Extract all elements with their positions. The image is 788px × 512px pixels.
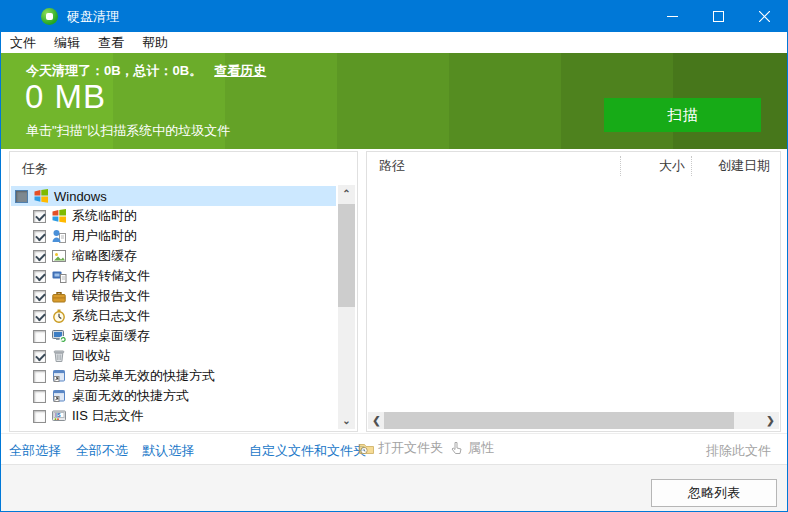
shortcut-icon	[51, 368, 67, 384]
task-item[interactable]: 远程桌面缓存	[11, 326, 336, 346]
task-item[interactable]: 用户临时的	[11, 226, 336, 246]
app-window: 硬盘清理 文件 编辑 查看 帮助 今天清理了：0B，总计：0B。查看历史 0 M…	[0, 0, 788, 512]
menu-file[interactable]: 文件	[1, 32, 45, 53]
exclude-file-link[interactable]: 排除此文件	[706, 442, 771, 460]
app-icon	[41, 8, 58, 25]
task-label: 系统日志文件	[72, 307, 150, 325]
task-checkbox[interactable]	[33, 410, 46, 423]
task-label: 系统临时的	[72, 207, 137, 225]
task-checkbox[interactable]	[33, 230, 46, 243]
task-item[interactable]: 系统日志文件	[11, 306, 336, 326]
maximize-button[interactable]	[695, 1, 741, 32]
selection-links: 全部选择 全部不选 默认选择	[9, 442, 205, 460]
task-label: 缩略图缓存	[72, 247, 137, 265]
chevron-down-icon: ⌄	[342, 416, 350, 426]
task-label: 桌面无效的快捷方式	[72, 387, 189, 405]
column-path[interactable]: 路径	[367, 157, 620, 175]
summary-text: 今天清理了：0B，总计：0B。	[26, 63, 202, 78]
recycle-bin-icon	[51, 348, 67, 364]
system-log-icon	[51, 308, 67, 324]
task-item[interactable]: 回收站	[11, 346, 336, 366]
default-select-link[interactable]: 默认选择	[142, 443, 194, 458]
task-item[interactable]: 内存转储文件	[11, 266, 336, 286]
menu-edit[interactable]: 编辑	[45, 32, 89, 53]
task-item[interactable]: 缩略图缓存	[11, 246, 336, 266]
select-none-link[interactable]: 全部不选	[76, 443, 128, 458]
task-label: 回收站	[72, 347, 111, 365]
scroll-right-button[interactable]: ❯	[762, 412, 779, 429]
task-checkbox[interactable]	[33, 270, 46, 283]
task-checkbox[interactable]	[33, 210, 46, 223]
chevron-up-icon: ⌃	[342, 189, 350, 199]
task-item[interactable]: 错误报告文件	[11, 286, 336, 306]
task-checkbox[interactable]	[15, 190, 28, 203]
horizontal-scroll-thumb[interactable]	[384, 412, 734, 429]
vertical-scroll-thumb[interactable]	[338, 204, 355, 307]
task-label: 内存转储文件	[72, 267, 150, 285]
close-button[interactable]	[741, 1, 787, 32]
chevron-right-icon: ❯	[766, 416, 774, 426]
minimize-button[interactable]	[649, 1, 695, 32]
task-item[interactable]: IISIIS 日志文件	[11, 406, 336, 426]
task-checkbox[interactable]	[33, 290, 46, 303]
thumbnail-icon	[51, 248, 67, 264]
menubar: 文件 编辑 查看 帮助	[1, 32, 787, 53]
menu-view[interactable]: 查看	[89, 32, 133, 53]
scroll-left-button[interactable]: ❮	[368, 412, 385, 429]
properties-button[interactable]: 属性	[448, 439, 494, 457]
open-folder-icon	[358, 440, 374, 456]
main-area: 任务 Windows系统临时的用户临时的缩略图缓存内存转储文件错误报告文件系统日…	[1, 149, 787, 433]
task-checkbox[interactable]	[33, 330, 46, 343]
menu-help[interactable]: 帮助	[133, 32, 177, 53]
task-label: Windows	[54, 189, 107, 204]
window-title: 硬盘清理	[67, 8, 119, 26]
results-panel: 路径 大小 创建日期 ❮ ❯	[366, 151, 781, 432]
ignore-list-button[interactable]: 忽略列表	[651, 479, 777, 507]
task-label: IIS 日志文件	[72, 407, 144, 425]
column-date[interactable]: 创建日期	[692, 157, 780, 175]
vertical-scrollbar[interactable]: ⌃ ⌄	[338, 185, 355, 429]
task-checkbox[interactable]	[33, 390, 46, 403]
task-checkbox[interactable]	[33, 250, 46, 263]
task-checkbox[interactable]	[33, 310, 46, 323]
properties-hand-icon	[448, 440, 464, 456]
titlebar: 硬盘清理	[1, 1, 787, 32]
scroll-up-button[interactable]: ⌃	[338, 185, 355, 202]
user-file-icon	[51, 228, 67, 244]
windows-logo-icon	[33, 188, 49, 204]
task-checkbox[interactable]	[33, 350, 46, 363]
selection-toolbar: 全部选择 全部不选 默认选择 自定义文件和文件夹 打开文件夹 属性 排除此文件	[1, 433, 787, 464]
shortcut-icon	[51, 388, 67, 404]
task-label: 用户临时的	[72, 227, 137, 245]
minimize-icon	[667, 11, 678, 22]
windows-logo-icon	[51, 208, 67, 224]
task-checkbox[interactable]	[33, 370, 46, 383]
column-size[interactable]: 大小	[621, 157, 691, 175]
cleaned-size-value: 0 MB	[25, 78, 106, 116]
task-tree: Windows系统临时的用户临时的缩略图缓存内存转储文件错误报告文件系统日志文件…	[11, 186, 336, 430]
task-item[interactable]: 系统临时的	[11, 206, 336, 226]
error-report-icon	[51, 288, 67, 304]
memory-dump-icon	[51, 268, 67, 284]
tasks-header: 任务	[10, 152, 357, 186]
task-item[interactable]: 桌面无效的快捷方式	[11, 386, 336, 406]
task-item[interactable]: 启动菜单无效的快捷方式	[11, 366, 336, 386]
scan-button[interactable]: 扫描	[604, 98, 761, 132]
open-folder-button[interactable]: 打开文件夹	[358, 439, 443, 457]
scan-hint: 单击"扫描"以扫描系统中的垃圾文件	[26, 122, 230, 140]
chevron-left-icon: ❮	[372, 416, 380, 426]
close-icon	[759, 11, 770, 22]
horizontal-scrollbar[interactable]: ❮ ❯	[368, 412, 779, 429]
task-label: 错误报告文件	[72, 287, 150, 305]
scroll-down-button[interactable]: ⌄	[338, 412, 355, 429]
tasks-panel: 任务 Windows系统临时的用户临时的缩略图缓存内存转储文件错误报告文件系统日…	[9, 151, 358, 432]
task-item[interactable]: Windows	[11, 186, 336, 206]
results-column-headers: 路径 大小 创建日期	[367, 152, 780, 180]
task-label: 启动菜单无效的快捷方式	[72, 367, 215, 385]
properties-label: 属性	[468, 439, 494, 457]
maximize-icon	[713, 11, 724, 22]
view-history-link[interactable]: 查看历史	[214, 63, 266, 78]
custom-files-link[interactable]: 自定义文件和文件夹	[249, 442, 366, 460]
footer-bar: 忽略列表	[1, 464, 787, 511]
select-all-link[interactable]: 全部选择	[9, 443, 61, 458]
